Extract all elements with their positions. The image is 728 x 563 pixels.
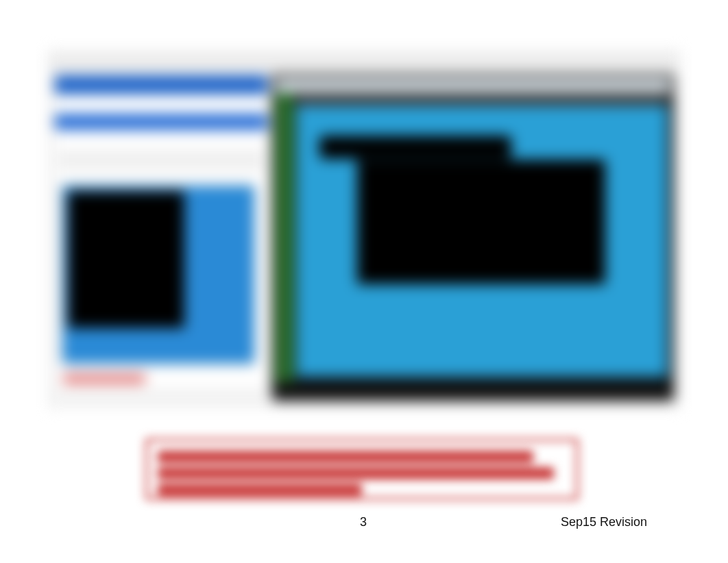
revision-label: Sep15 Revision	[561, 515, 647, 529]
screenshot-left-panel	[54, 75, 268, 390]
document-page: 3 Sep15 Revision	[0, 0, 728, 563]
page-number: 3	[360, 515, 367, 529]
vm-desktop	[296, 105, 668, 377]
left-subheader-bar	[55, 114, 267, 130]
callout-line	[158, 451, 533, 463]
callout-line	[158, 484, 362, 496]
page-footer: 3 Sep15 Revision	[0, 515, 728, 533]
left-red-status	[63, 374, 145, 384]
vm-inner-titlebar	[296, 93, 668, 105]
left-field-row	[60, 151, 262, 170]
left-thumbnail-terminal	[68, 191, 184, 328]
vm-window-titlebar	[276, 78, 670, 93]
vm-heading-block	[319, 136, 511, 159]
vm-terminal-window	[358, 160, 605, 284]
callout-line	[158, 467, 554, 479]
left-header-bar	[55, 75, 267, 95]
screenshot-topbar	[49, 51, 679, 72]
vm-taskbar	[276, 382, 670, 397]
embedded-screenshot	[48, 51, 680, 408]
vm-side-toolbar	[276, 93, 293, 382]
red-callout-box	[145, 438, 579, 500]
screenshot-right-panel	[272, 75, 674, 401]
left-thumbnail-area	[62, 185, 255, 364]
